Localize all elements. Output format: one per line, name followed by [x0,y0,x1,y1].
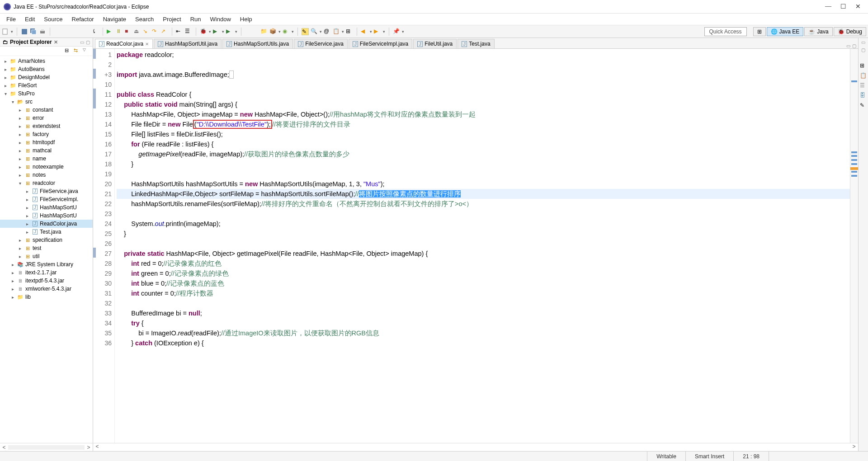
tree-item[interactable]: ▸🄹FileServiceImpl. [0,195,93,203]
tree-item[interactable]: ▸⊞constant [0,106,93,114]
tree-item[interactable]: ▸📚JRE System Library [0,260,93,268]
tree-toggle-icon[interactable]: ▸ [17,108,23,113]
terminate-icon[interactable]: ■ [125,28,132,35]
menu-help[interactable]: Help [236,14,257,24]
tree-toggle-icon[interactable]: ▸ [24,189,30,194]
run-icon[interactable]: ▶ [213,28,220,35]
tree-item[interactable]: ▸🄹HashMapSortU [0,212,93,220]
view-menu-icon[interactable]: ▽ [83,47,90,55]
new-server-icon[interactable]: 📁 [260,28,268,35]
menu-run[interactable]: Run [186,14,206,24]
code-line[interactable] [117,298,850,308]
code-line[interactable]: System.out.println(imageMap); [117,219,850,229]
code-line[interactable]: hashMapSortUtils.renameFiles(sortFileMap… [117,199,850,209]
code-line[interactable]: } catch (IOException e) { [117,338,850,348]
menu-file[interactable]: File [2,14,20,24]
servers-icon[interactable]: ☰ [860,82,867,89]
open-type-icon[interactable]: ✎ [302,28,309,35]
tree-toggle-icon[interactable]: ▸ [17,173,23,178]
editor-tab[interactable]: 🄹Test.java [458,39,494,48]
new-class-icon[interactable]: ◉ [283,28,290,35]
code-line[interactable]: package readcolor; [117,50,850,60]
annotations-icon[interactable]: @ [324,28,331,35]
code-line[interactable] [117,60,850,70]
step-into-icon[interactable]: ↘ [143,28,150,35]
overview-ruler[interactable] [850,49,858,443]
tree-item[interactable]: ▸⊞error [0,114,93,122]
maximize-view-icon[interactable]: ▢ [861,47,865,52]
tree-toggle-icon[interactable]: ▸ [17,148,23,153]
tree-toggle-icon[interactable]: ▸ [17,116,23,121]
tree-item[interactable]: ▸🄹Test.java [0,228,93,236]
tree-item[interactable]: ▸⊞specification [0,236,93,244]
tree-toggle-icon[interactable]: ▸ [10,262,15,267]
tree-toggle-icon[interactable]: ▸ [24,230,30,235]
code-line[interactable]: import java.awt.image.BufferedImage; [117,70,850,80]
tree-toggle-icon[interactable]: ▸ [17,165,23,169]
tasks-icon[interactable]: 📋 [860,72,867,80]
project-tree[interactable]: ▸📁AmarNotes▸📁AutoBeans▸📁DesignModel▸📁Fil… [0,56,93,443]
task-icon[interactable]: 📋 [333,28,340,35]
code-line[interactable]: int red = 0;//记录像素点的红色 [117,259,850,268]
tree-item[interactable]: ▸⊞noteexample [0,163,93,171]
editor-maximize-icon[interactable]: ▢ [852,43,856,48]
code-line[interactable]: for (File readFile : listFiles) { [117,139,850,149]
tree-toggle-icon[interactable]: ▸ [17,254,23,259]
print-icon[interactable] [39,28,46,35]
tree-item[interactable]: ▸🄹HashMapSortU [0,203,93,212]
data-icon[interactable]: 🗄 [860,92,867,99]
close-button[interactable]: ✕ [855,3,861,10]
code-line[interactable]: int green = 0;//记录像素点的绿色 [117,268,850,278]
menu-edit[interactable]: Edit [20,14,39,24]
tree-toggle-icon[interactable]: ▸ [10,270,15,275]
view-maximize-icon[interactable]: ▢ [86,40,90,45]
perspective-java[interactable]: ☕Java [804,27,832,36]
code-line[interactable]: getImagePixel(readFile, imageMap);//获取图片… [117,149,850,159]
tree-item[interactable]: ▾📁StuPro [0,89,93,98]
code-line[interactable]: BufferedImage bi = null; [117,308,850,318]
menu-source[interactable]: Source [39,14,67,24]
tree-item[interactable]: ▸⊞name [0,155,93,163]
tree-item[interactable]: ▸🄹ReadColor.java [0,220,93,228]
tree-toggle-icon[interactable]: ▸ [3,67,8,72]
tree-item[interactable]: ▸⊞util [0,252,93,260]
search-icon[interactable]: 🔍 [311,28,318,35]
menu-search[interactable]: Search [131,14,158,24]
tree-toggle-icon[interactable]: ▸ [24,221,30,226]
perspective-java-ee[interactable]: 🌐Java EE [767,27,804,36]
tree-toggle-icon[interactable]: ▸ [17,246,23,251]
code-line[interactable]: int counter = 0;//程序计数器 [117,288,850,298]
tree-toggle-icon[interactable]: ▸ [17,132,23,137]
code-line[interactable]: int blue = 0;//记录像素点的蓝色 [117,278,850,288]
use-step-filters-icon[interactable]: ☰ [185,28,192,35]
tree-item[interactable]: ▸📁AmarNotes [0,57,93,65]
pin-icon[interactable]: 📌 [393,28,400,35]
collapse-all-icon[interactable]: ⊟ [65,47,72,55]
snippets-icon[interactable]: ✎ [860,102,867,109]
tree-toggle-icon[interactable]: ▾ [3,91,8,96]
tab-close-icon[interactable]: ✕ [145,42,149,47]
tree-toggle-icon[interactable]: ▸ [3,83,8,88]
editor-minimize-icon[interactable]: ▭ [846,43,850,48]
drop-frame-icon[interactable]: ⇤ [176,28,183,35]
menu-window[interactable]: Window [206,14,236,24]
tree-toggle-icon[interactable]: ▸ [17,156,23,161]
perspective-debug[interactable]: 🐞Debug [834,27,866,36]
resume-icon[interactable]: ▶ [107,28,114,35]
code-line[interactable] [117,239,850,249]
tree-item[interactable]: ▸🄹FileService.java [0,187,93,195]
code-line[interactable]: HashMapSortUtils hashMapSortUtils = new … [117,179,850,189]
editor-tab[interactable]: 🄹FileUtil.java [413,39,457,48]
code-line[interactable]: bi = ImageIO.read(readFile);//通过ImageIO来… [117,328,850,338]
tree-toggle-icon[interactable]: ▸ [10,295,15,300]
bug-icon[interactable]: 🐞 [200,28,207,35]
nav-back-icon[interactable]: ◀ [361,28,368,35]
code-line[interactable]: File[] listFiles = fileDir.listFiles(); [117,129,850,139]
scroll-left-icon[interactable]: < [0,444,8,451]
code-line[interactable]: } [117,229,850,239]
code-line[interactable]: public class ReadColor { [117,89,850,99]
code-line[interactable]: public static void main(String[] args) { [117,99,850,109]
new-package-icon[interactable]: 📦 [269,28,277,35]
tree-toggle-icon[interactable]: ▸ [3,59,8,64]
tree-toggle-icon[interactable]: ▸ [10,278,15,283]
